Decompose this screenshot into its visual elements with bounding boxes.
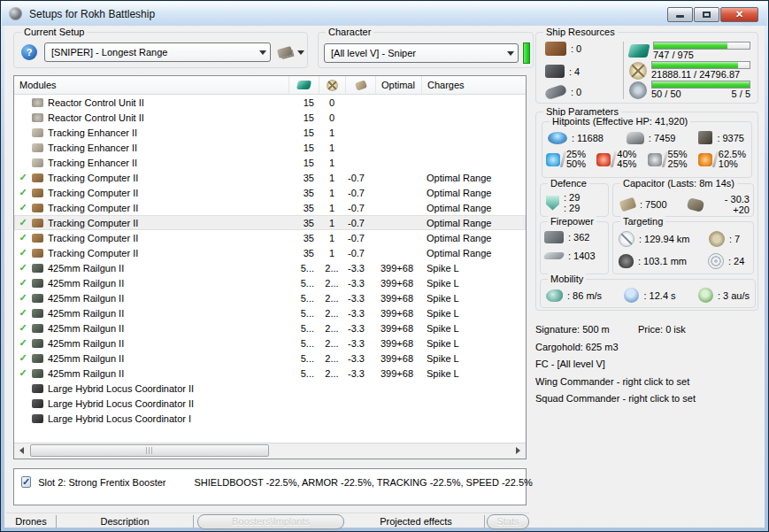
resource-bar-value: 50 / 50 bbox=[651, 89, 681, 99]
module-name: Tracking Computer II bbox=[48, 203, 288, 213]
module-optimal: 399+68 bbox=[375, 368, 421, 379]
resource-bar-track bbox=[651, 81, 750, 89]
scroll-left-arrow[interactable] bbox=[14, 443, 29, 458]
tab-stats[interactable]: Stats bbox=[487, 514, 529, 529]
module-row[interactable]: ✓ 425mm Railgun II 5... 2... -3.3 399+68… bbox=[14, 366, 526, 381]
tab-boosters-implants[interactable]: Boosters\Implants bbox=[197, 514, 344, 529]
squad-commander-text[interactable]: Squad Commander - right click to set bbox=[535, 390, 767, 408]
close-button[interactable]: ✕ bbox=[720, 7, 758, 22]
module-row[interactable]: ✓ Tracking Computer II 35 1 -0.7 Optimal… bbox=[14, 200, 526, 215]
module-name: Reactor Control Unit II bbox=[48, 97, 288, 108]
module-name: 425mm Railgun II bbox=[48, 278, 288, 289]
module-row[interactable]: Large Hybrid Locus Coordinator I bbox=[14, 411, 526, 426]
module-name: 425mm Railgun II bbox=[48, 263, 288, 274]
cpu-column-header[interactable] bbox=[288, 76, 319, 94]
setup-tools-icon bbox=[277, 46, 293, 58]
wing-commander-text[interactable]: Wing Commander - right click to set bbox=[535, 374, 767, 391]
module-row[interactable]: Tracking Enhancer II 15 1 bbox=[14, 125, 526, 140]
sensor-strength-icon bbox=[708, 253, 724, 269]
module-row[interactable]: Reactor Control Unit II 15 0 bbox=[14, 95, 526, 110]
module-row[interactable]: ✓ 425mm Railgun II 5... 2... -3.3 399+68… bbox=[14, 275, 526, 290]
setup-select[interactable]: [SNIPER] - Longest Range bbox=[44, 42, 271, 62]
module-row[interactable]: ✓ 425mm Railgun II 5... 2... -3.3 399+68… bbox=[14, 290, 526, 305]
volley-value: : 362 bbox=[568, 232, 589, 243]
module-charge: Optimal Range bbox=[421, 248, 526, 258]
module-row[interactable]: ✓ 425mm Railgun II 5... 2... -3.3 399+68… bbox=[14, 335, 526, 351]
minimize-button[interactable] bbox=[667, 7, 693, 22]
window-title: Setups for Rokh Battleship bbox=[29, 8, 155, 20]
fitted-check-icon: ✓ bbox=[14, 202, 32, 213]
module-powergrid: 0 bbox=[319, 112, 345, 123]
current-setup-group: Current Setup ? [SNIPER] - Longest Range bbox=[13, 32, 308, 68]
module-row[interactable]: ✓ 425mm Railgun II 5... 2... -3.3 399+68… bbox=[14, 305, 526, 320]
module-powergrid: 2... bbox=[319, 323, 345, 334]
maximize-button[interactable] bbox=[694, 7, 719, 22]
modules-column-header[interactable]: Modules bbox=[14, 76, 288, 94]
module-row[interactable]: ✓ Tracking Computer II 35 1 -0.7 Optimal… bbox=[14, 185, 526, 200]
module-row[interactable]: ✓ 425mm Railgun II 5... 2... -3.3 399+68… bbox=[14, 260, 526, 275]
resource-bars: 747 / 975 21888.11 / 24796.87 50 / 50 5 … bbox=[624, 42, 752, 99]
module-row[interactable]: Large Hybrid Locus Coordinator II bbox=[14, 381, 526, 396]
module-row[interactable]: ✓ Tracking Computer II 35 1 -0.7 Optimal… bbox=[14, 245, 526, 260]
module-row[interactable]: ✓ Tracking Computer II 35 1 -0.7 Optimal… bbox=[14, 230, 526, 245]
module-row[interactable]: ✓ 425mm Railgun II 5... 2... -3.3 399+68… bbox=[14, 320, 526, 335]
module-row[interactable]: Tracking Enhancer II 15 1 bbox=[14, 140, 526, 155]
character-select[interactable]: [All level V] - Sniper bbox=[324, 43, 519, 63]
character-skill-indicator bbox=[523, 42, 530, 64]
module-name: Tracking Computer II bbox=[48, 233, 288, 243]
module-powergrid: 0 bbox=[319, 97, 345, 108]
module-cpu: 15 bbox=[288, 143, 319, 153]
module-cpu: 15 bbox=[288, 158, 319, 168]
booster-checkbox[interactable]: ✓ bbox=[21, 476, 31, 488]
tab-projected-effects[interactable]: Projected effects bbox=[348, 515, 485, 528]
grip-icon bbox=[146, 447, 154, 454]
shield-hp-icon bbox=[548, 132, 567, 144]
module-row[interactable]: ✓ Tracking Computer II 35 1 -0.7 Optimal… bbox=[14, 170, 526, 185]
module-name: Large Hybrid Locus Coordinator I bbox=[48, 413, 288, 424]
tc-module-icon bbox=[32, 204, 43, 212]
module-powergrid: 1 bbox=[319, 248, 345, 258]
setup-select-value: [SNIPER] - Longest Range bbox=[51, 47, 256, 58]
capacitor-column-header[interactable] bbox=[345, 76, 375, 94]
help-icon[interactable]: ? bbox=[21, 44, 37, 60]
tab-drones[interactable]: Drones bbox=[6, 515, 57, 528]
module-row[interactable]: ✓ 425mm Railgun II 5... 2... -3.3 399+68… bbox=[14, 351, 526, 366]
character-select-value: [All level V] - Sniper bbox=[331, 48, 504, 58]
powergrid-column-header[interactable] bbox=[319, 76, 345, 94]
module-row[interactable]: Large Hybrid Locus Coordinator II bbox=[14, 396, 526, 411]
module-powergrid: 1 bbox=[319, 158, 345, 168]
resist-item: 25%50% bbox=[546, 150, 586, 169]
horizontal-scrollbar[interactable] bbox=[14, 443, 526, 459]
module-cap-use: -0.7 bbox=[345, 218, 375, 228]
module-rows: Reactor Control Unit II 15 0 Reactor Con… bbox=[14, 95, 526, 426]
defence-group: Defence : 29 : 29 bbox=[540, 183, 609, 217]
scrollbar-thumb[interactable] bbox=[30, 444, 269, 457]
capacitor-delta: - 30.3 +20 bbox=[708, 194, 750, 215]
module-name: 425mm Railgun II bbox=[48, 293, 288, 304]
module-row[interactable]: ✓ Tracking Computer II 35 1 -0.7 Optimal… bbox=[14, 215, 526, 230]
resource-bar-track bbox=[653, 42, 750, 50]
te-module-icon bbox=[32, 143, 43, 152]
module-row[interactable]: Reactor Control Unit II 15 0 bbox=[14, 110, 526, 125]
fitted-check-icon: ✓ bbox=[14, 217, 32, 228]
resist-values: 40%45% bbox=[617, 150, 636, 169]
railgun-module-icon bbox=[32, 264, 43, 273]
em-resist-icon bbox=[546, 153, 560, 166]
ship-info: Signature: 500 m Price: 0 isk Cargohold:… bbox=[535, 321, 767, 408]
bottom-tabbar: DronesDescriptionBoosters\ImplantsProjec… bbox=[6, 513, 529, 529]
tab-description[interactable]: Description bbox=[57, 515, 194, 528]
module-optimal: 399+68 bbox=[375, 323, 421, 334]
scroll-right-arrow[interactable] bbox=[511, 443, 526, 458]
tc-module-icon bbox=[32, 189, 43, 197]
module-charge: Optimal Range bbox=[421, 188, 526, 198]
module-row[interactable]: Tracking Enhancer II 15 1 bbox=[14, 155, 526, 170]
railgun-module-icon bbox=[32, 339, 43, 348]
fitted-check-icon: ✓ bbox=[14, 232, 32, 243]
module-powergrid: 2... bbox=[319, 308, 345, 319]
setup-tools-button[interactable] bbox=[278, 48, 304, 57]
rcu-module-icon bbox=[32, 113, 43, 122]
resource-bar-fill bbox=[652, 81, 750, 88]
module-charge: Spike L bbox=[421, 308, 526, 319]
optimal-column-header[interactable]: Optimal bbox=[375, 76, 421, 94]
charges-column-header[interactable]: Charges bbox=[421, 76, 526, 94]
